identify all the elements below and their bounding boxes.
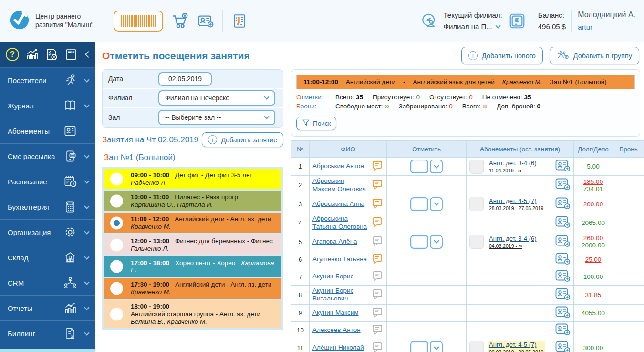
comment-icon[interactable]: [371, 216, 384, 229]
add-to-group-button[interactable]: Добавить в группу: [550, 47, 639, 64]
subscription-link[interactable]: Англ. дет. 4-5 (7): [489, 197, 543, 204]
lesson-item[interactable]: 09:00 - 10:00Дет фит - Дет фит 3-5 лет Р…: [104, 169, 281, 189]
comment-icon[interactable]: [371, 253, 384, 266]
client-add-icon[interactable]: [197, 12, 215, 30]
add-subscription-icon[interactable]: [555, 197, 571, 211]
lesson-item[interactable]: 18:00 - 19:00 Английский старшая группа …: [104, 300, 281, 328]
help-icon[interactable]: ?: [5, 47, 20, 62]
comment-icon[interactable]: [371, 198, 384, 211]
visitor-link[interactable]: Алёшин Николай: [312, 344, 368, 352]
visitor-link[interactable]: Алексеев Антон: [312, 326, 368, 334]
sidebar-item-warehouse[interactable]: Склад: [0, 245, 95, 270]
add-subscription-icon[interactable]: [555, 306, 571, 320]
add-subscription-icon[interactable]: [555, 216, 571, 230]
subscription-dates[interactable]: 09.03.2019 - 08.05.2019: [489, 349, 543, 352]
lesson-item[interactable]: 17:00 - 18:00Хорео пн-пт - Хорео Харламо…: [104, 256, 281, 277]
sidebar-item-organization[interactable]: Организация: [0, 220, 95, 245]
lesson-item[interactable]: 17:30 - 19:00Английский дети - Англ. яз.…: [104, 278, 281, 299]
debt-value[interactable]: 200.00: [577, 201, 610, 208]
add-subscription-icon[interactable]: [555, 323, 571, 337]
mark-select[interactable]: [390, 160, 463, 173]
debt-value[interactable]: 185.00: [577, 178, 610, 185]
lesson-item-selected[interactable]: 11:00 - 12:00Английский дети - Англ. яз.…: [104, 213, 281, 233]
comment-icon[interactable]: [371, 341, 384, 352]
lesson-radio[interactable]: [110, 260, 123, 273]
sidebar-item-billing[interactable]: Биллинг $: [0, 321, 95, 346]
add-subscription-icon[interactable]: [555, 288, 571, 302]
sidebar-item-reports[interactable]: Отчеты: [0, 296, 95, 321]
add-subscription-icon[interactable]: [555, 160, 571, 173]
mark-visits-icon[interactable]: [44, 47, 59, 62]
subscription-link[interactable]: Англ. дет. 4-5 (7): [489, 341, 543, 348]
comment-icon[interactable]: [371, 270, 384, 283]
sidebar-quick-icons: ?: [0, 42, 95, 68]
comment-icon[interactable]: [371, 324, 384, 337]
branch-select[interactable]: Филиал на Печерске: [158, 90, 275, 106]
sidebar-item-sms[interactable]: Смс рассылка: [0, 144, 95, 169]
tasks-icon[interactable]: [230, 12, 249, 30]
sidebar-item-crm[interactable]: CRM: [0, 270, 95, 296]
debt-value[interactable]: 31.85: [577, 291, 610, 299]
sidebar-item-visitors[interactable]: Посетители: [0, 68, 95, 93]
visitor-link[interactable]: Агушенко Татьяна: [312, 256, 368, 264]
subscription-dates[interactable]: 11.04.2019 - ∞: [489, 168, 537, 173]
statistics-icon[interactable]: [24, 47, 40, 62]
add-lesson-button[interactable]: + Добавить занятие: [202, 132, 283, 147]
comment-icon[interactable]: [371, 179, 384, 192]
visitor-link[interactable]: Аброськин Антон: [312, 162, 368, 171]
cart-add-icon[interactable]: [171, 12, 189, 30]
add-subscription-icon[interactable]: [555, 178, 571, 192]
lesson-item[interactable]: 12:00 - 13:00Фитнес для беремнных - Фитн…: [104, 235, 281, 255]
lesson-radio[interactable]: [110, 238, 123, 251]
add-subscription-icon[interactable]: [555, 253, 571, 267]
comment-icon[interactable]: [371, 307, 384, 320]
calendar-icon[interactable]: [63, 47, 79, 62]
lesson-radio-selected[interactable]: [110, 216, 123, 229]
add-new-visitor-button[interactable]: + Добавить нового: [461, 47, 543, 64]
visitor-link[interactable]: Аброськина Анна: [312, 200, 368, 208]
barcode-scan-button[interactable]: [114, 11, 163, 32]
group-add-icon: [557, 50, 569, 61]
sidebar-item-journal[interactable]: Журнал: [0, 93, 95, 118]
mark-select[interactable]: [390, 341, 463, 352]
app-header: Центр раннего развития "Малыш": [0, 0, 644, 42]
visitor-link[interactable]: Аброськина Татьяна Олеговна: [312, 215, 368, 231]
date-input[interactable]: [158, 72, 212, 86]
mark-select[interactable]: [390, 197, 463, 211]
subscription-dates[interactable]: 28.03.2019 - 27.05.2019: [489, 205, 543, 211]
visitor-link[interactable]: Акунин Максим: [312, 309, 368, 317]
deposit-value: 2000.00: [577, 242, 610, 249]
branch-selector[interactable]: Филиал на П...: [444, 22, 502, 31]
comment-icon[interactable]: [371, 160, 384, 173]
visitor-link[interactable]: Агапова Алёна: [312, 238, 368, 246]
debt-value[interactable]: 260.00: [577, 235, 610, 242]
user-login: artur: [578, 23, 635, 31]
visitor-link[interactable]: Акунин Борис: [312, 273, 368, 281]
visitor-link[interactable]: Аброськин Максим Олегович: [312, 177, 368, 193]
chevron-down-icon: [264, 94, 269, 99]
sidebar-item-accounting[interactable]: Бухгалтерия: [0, 194, 95, 220]
comment-icon[interactable]: [371, 235, 384, 248]
debt-value[interactable]: 25.00: [577, 256, 610, 263]
search-button[interactable]: Поиск: [296, 117, 336, 130]
add-subscription-icon[interactable]: [555, 341, 571, 352]
visitor-link[interactable]: Акунин Борис Витальевич: [312, 287, 368, 303]
lesson-radio[interactable]: [110, 172, 123, 185]
sidebar-item-subscriptions[interactable]: Абонементы: [0, 118, 95, 144]
mark-select[interactable]: [390, 235, 463, 249]
comment-icon[interactable]: [371, 288, 384, 301]
lesson-radio[interactable]: [110, 194, 123, 207]
lesson-item[interactable]: 10:00 - 11:00Пилатес - Разв прогр Карпиш…: [104, 191, 281, 211]
sidebar-item-schedule[interactable]: Расписание: [0, 169, 95, 194]
subscription-link[interactable]: Англ. дет. 3-4 (6): [489, 235, 537, 242]
room-select[interactable]: -- Выберите зал --: [158, 110, 275, 125]
sidebar-collapse-icon[interactable]: [85, 51, 92, 58]
user-menu[interactable]: Молодницкий А. artur: [578, 11, 635, 31]
add-subscription-icon[interactable]: [555, 270, 571, 284]
subscription-link[interactable]: Англ. дет. 3-4 (6): [489, 160, 537, 167]
add-subscription-icon[interactable]: [555, 235, 571, 249]
lesson-radio[interactable]: [110, 308, 123, 320]
safe-icon[interactable]: [508, 12, 526, 30]
lesson-radio[interactable]: [110, 282, 123, 295]
subscription-dates[interactable]: 04.03.2019 - ∞: [489, 243, 537, 249]
